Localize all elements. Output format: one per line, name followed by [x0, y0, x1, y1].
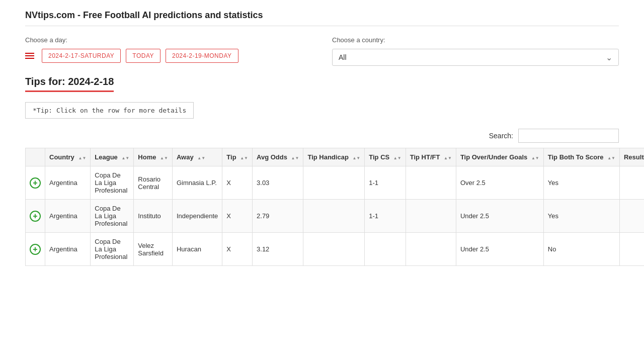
cell-league: Copa De La Liga Profesional [91, 233, 134, 266]
cell-home: Velez Sarsfield [134, 233, 173, 266]
table-row[interactable]: +ArgentinaCopa De La Liga ProfesionalVel… [26, 233, 645, 266]
cell-avg_odds: 3.03 [253, 166, 303, 200]
sort-icon-overunder: ▲▼ [531, 156, 539, 160]
tips-section: Tips for: 2024-2-18 *Tip: Click on the r… [0, 76, 644, 266]
cell-tip_bothscore: No [543, 233, 619, 266]
col-avg-header[interactable]: Avg Odds ▲▼ [253, 148, 303, 166]
site-title: NVtips.com - Free Football AI prediction… [25, 10, 619, 21]
day-picker: Choose a day: 2024-2-17-SATURDAY TODAY 2… [25, 36, 312, 63]
col-country-header[interactable]: Country ▲▼ [45, 148, 91, 166]
cell-league: Copa De La Liga Profesional [91, 166, 134, 200]
col-tip-header[interactable]: Tip ▲▼ [222, 148, 253, 166]
cell-tip_handicap [303, 233, 365, 266]
day-buttons-group: 2024-2-17-SATURDAY TODAY 2024-2-19-MONDA… [25, 49, 312, 63]
col-handicap-header[interactable]: Tip Handicap ▲▼ [303, 148, 365, 166]
cell-result_ft [619, 166, 644, 200]
cell-tip_cs [365, 233, 406, 266]
country-picker: Choose a country: All Argentina England … [332, 36, 619, 66]
search-input[interactable] [518, 129, 619, 143]
cell-tip_bothscore: Yes [543, 166, 619, 200]
cell-home: Instituto [134, 200, 173, 233]
cell-tip: X [222, 166, 253, 200]
cell-tip_overunder: Under 2.5 [456, 200, 543, 233]
col-overunder-header[interactable]: Tip Over/Under Goals ▲▼ [456, 148, 543, 166]
expand-icon[interactable]: + [30, 177, 41, 189]
sort-icon-country: ▲▼ [78, 156, 86, 160]
tip-note: *Tip: Click on the row for more details [25, 102, 194, 119]
day-label: Choose a day: [25, 36, 312, 44]
menu-icon[interactable] [25, 53, 34, 59]
cell-home: Rosario Central [134, 166, 173, 200]
sort-icon-avg: ▲▼ [291, 156, 299, 160]
tips-table: Country ▲▼ League ▲▼ Home ▲▼ Away ▲▼ Tip [25, 148, 644, 266]
saturday-button[interactable]: 2024-2-17-SATURDAY [42, 49, 121, 63]
cell-result_ft [619, 233, 644, 266]
cell-tip_overunder: Over 2.5 [456, 166, 543, 200]
search-label: Search: [489, 132, 513, 140]
today-button[interactable]: TODAY [126, 49, 160, 63]
country-label: Choose a country: [332, 36, 619, 44]
cell-country: Argentina [45, 166, 91, 200]
col-home-header[interactable]: Home ▲▼ [134, 148, 173, 166]
cell-tip: X [222, 233, 253, 266]
cell-away: Gimnasia L.P. [172, 166, 222, 200]
cell-country: Argentina [45, 200, 91, 233]
col-htft-header[interactable]: Tip HT/FT ▲▼ [406, 148, 456, 166]
sort-icon-htft: ▲▼ [444, 156, 452, 160]
cell-tip_htft [406, 166, 456, 200]
sort-icon-handicap: ▲▼ [352, 156, 360, 160]
col-cs-header[interactable]: Tip CS ▲▼ [365, 148, 406, 166]
cell-tip_bothscore: Yes [543, 200, 619, 233]
expand-icon[interactable]: + [30, 244, 41, 255]
table-body: +ArgentinaCopa De La Liga ProfesionalRos… [26, 166, 645, 266]
cell-league: Copa De La Liga Profesional [91, 200, 134, 233]
controls-section: Choose a day: 2024-2-17-SATURDAY TODAY 2… [0, 26, 644, 76]
table-row[interactable]: +ArgentinaCopa De La Liga ProfesionalRos… [26, 166, 645, 200]
cell-away: Huracan [172, 233, 222, 266]
country-select[interactable]: All Argentina England Spain Germany Fran… [333, 49, 618, 65]
cell-tip: X [222, 200, 253, 233]
cell-tip_htft [406, 200, 456, 233]
cell-away: Independiente [172, 200, 222, 233]
cell-avg_odds: 2.79 [253, 200, 303, 233]
header: NVtips.com - Free Football AI prediction… [0, 0, 644, 26]
monday-button[interactable]: 2024-2-19-MONDAY [166, 49, 238, 63]
table-row[interactable]: +ArgentinaCopa De La Liga ProfesionalIns… [26, 200, 645, 233]
cell-tip_handicap [303, 200, 365, 233]
cell-tip_handicap [303, 166, 365, 200]
cell-country: Argentina [45, 233, 91, 266]
sort-icon-league: ▲▼ [121, 156, 129, 160]
cell-tip_overunder: Under 2.5 [456, 233, 543, 266]
cell-tip_cs: 1-1 [365, 166, 406, 200]
cell-tip_htft [406, 233, 456, 266]
col-result-header[interactable]: Result FT ▲▼ [619, 148, 644, 166]
cell-avg_odds: 3.12 [253, 233, 303, 266]
col-icon-header [26, 148, 45, 166]
table-header: Country ▲▼ League ▲▼ Home ▲▼ Away ▲▼ Tip [26, 148, 645, 166]
col-away-header[interactable]: Away ▲▼ [172, 148, 222, 166]
sort-icon-tip: ▲▼ [240, 156, 248, 160]
col-bothscore-header[interactable]: Tip Both To Score ▲▼ [543, 148, 619, 166]
cell-result_ft [619, 200, 644, 233]
country-select-wrapper: All Argentina England Spain Germany Fran… [332, 49, 619, 66]
header-row: Country ▲▼ League ▲▼ Home ▲▼ Away ▲▼ Tip [26, 148, 645, 166]
sort-icon-away: ▲▼ [197, 156, 205, 160]
expand-icon[interactable]: + [30, 211, 41, 222]
sort-icon-cs: ▲▼ [393, 156, 401, 160]
col-league-header[interactable]: League ▲▼ [91, 148, 134, 166]
sort-icon-home: ▲▼ [160, 156, 168, 160]
sort-icon-bothscore: ▲▼ [607, 156, 615, 160]
search-bar: Search: [25, 129, 619, 143]
cell-tip_cs: 1-1 [365, 200, 406, 233]
tips-title: Tips for: 2024-2-18 [25, 76, 114, 92]
